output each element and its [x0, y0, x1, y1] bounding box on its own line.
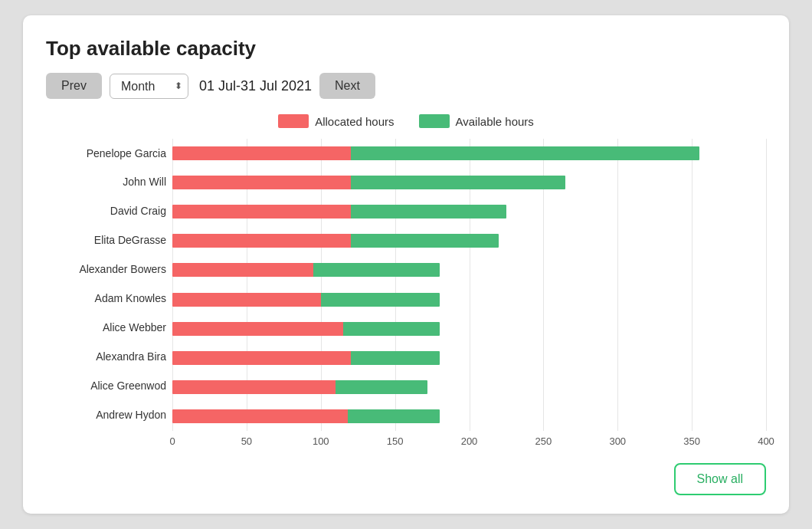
- bar-row: [172, 145, 766, 162]
- bar-available: [351, 205, 506, 219]
- bar-allocated: [172, 293, 321, 307]
- chart-legend: Allocated hours Available hours: [46, 114, 766, 128]
- y-label: Alexandra Bira: [46, 350, 166, 363]
- date-range-label: 01 Jul-31 Jul 2021: [199, 78, 312, 94]
- y-label: David Craig: [46, 205, 166, 218]
- x-tick-label: 350: [683, 435, 700, 447]
- y-label: Andrew Hydon: [46, 409, 166, 422]
- bar-available: [351, 351, 440, 365]
- bar-available: [336, 380, 427, 394]
- bar-allocated: [172, 409, 348, 423]
- bar-allocated: [172, 351, 351, 365]
- controls-bar: Prev Week Month Quarter Year ⬍ 01 Jul-31…: [46, 73, 766, 99]
- x-tick-label: 250: [535, 435, 552, 447]
- bar-allocated: [172, 176, 351, 189]
- x-axis: 050100150200250300350400: [172, 431, 766, 449]
- available-color-swatch: [419, 114, 450, 128]
- x-tick-label: 200: [461, 435, 478, 447]
- y-label: Elita DeGrasse: [46, 234, 166, 247]
- bar-allocated: [172, 234, 351, 248]
- bars-and-grid: [172, 139, 766, 431]
- main-card: Top available capacity Prev Week Month Q…: [23, 15, 789, 514]
- next-button[interactable]: Next: [319, 73, 375, 99]
- grid-line: [766, 139, 767, 431]
- chart-area: Penelope GarciaJohn WillDavid CraigElita…: [46, 139, 766, 449]
- month-select[interactable]: Week Month Quarter Year: [110, 74, 188, 99]
- chart-main: Penelope GarciaJohn WillDavid CraigElita…: [46, 139, 766, 431]
- x-tick-label: 150: [387, 435, 404, 447]
- bar-row: [172, 174, 766, 191]
- bar-row: [172, 379, 766, 396]
- show-all-button[interactable]: Show all: [674, 463, 766, 495]
- y-label: Alice Webber: [46, 321, 166, 334]
- bar-allocated: [172, 322, 343, 336]
- x-tick-label: 400: [758, 435, 774, 447]
- bar-available: [348, 409, 440, 423]
- bar-row: [172, 203, 766, 220]
- bar-row: [172, 408, 766, 425]
- y-label: Alice Greenwod: [46, 380, 166, 393]
- bar-allocated: [172, 205, 351, 219]
- x-tick-label: 50: [241, 435, 252, 447]
- bars-container: [172, 139, 766, 431]
- bar-available: [351, 146, 699, 160]
- allocated-color-swatch: [278, 114, 309, 128]
- x-tick-label: 0: [169, 435, 175, 447]
- bar-row: [172, 350, 766, 366]
- bar-row: [172, 261, 766, 278]
- bar-available: [351, 176, 566, 189]
- bar-row: [172, 232, 766, 249]
- x-tick-label: 100: [313, 435, 329, 447]
- bar-allocated: [172, 146, 351, 160]
- legend-available: Available hours: [419, 114, 534, 128]
- available-label: Available hours: [456, 115, 534, 128]
- y-axis-labels: Penelope GarciaJohn WillDavid CraigElita…: [46, 139, 172, 431]
- y-label: John Will: [46, 176, 166, 189]
- prev-button[interactable]: Prev: [46, 73, 102, 99]
- legend-allocated: Allocated hours: [278, 114, 394, 128]
- bar-available: [343, 322, 440, 336]
- bar-allocated: [172, 380, 336, 394]
- month-select-wrapper: Week Month Quarter Year ⬍: [110, 74, 188, 99]
- allocated-label: Allocated hours: [315, 115, 394, 128]
- y-label: Penelope Garcia: [46, 147, 166, 160]
- bar-available: [351, 234, 499, 248]
- x-tick-label: 300: [609, 435, 626, 447]
- bar-row: [172, 291, 766, 308]
- y-label: Alexander Bowers: [46, 263, 166, 276]
- bar-available: [321, 293, 440, 307]
- bar-row: [172, 320, 766, 337]
- bar-available: [313, 263, 440, 277]
- card-title: Top available capacity: [46, 37, 766, 61]
- bar-allocated: [172, 263, 313, 277]
- y-label: Adam Knowles: [46, 292, 166, 305]
